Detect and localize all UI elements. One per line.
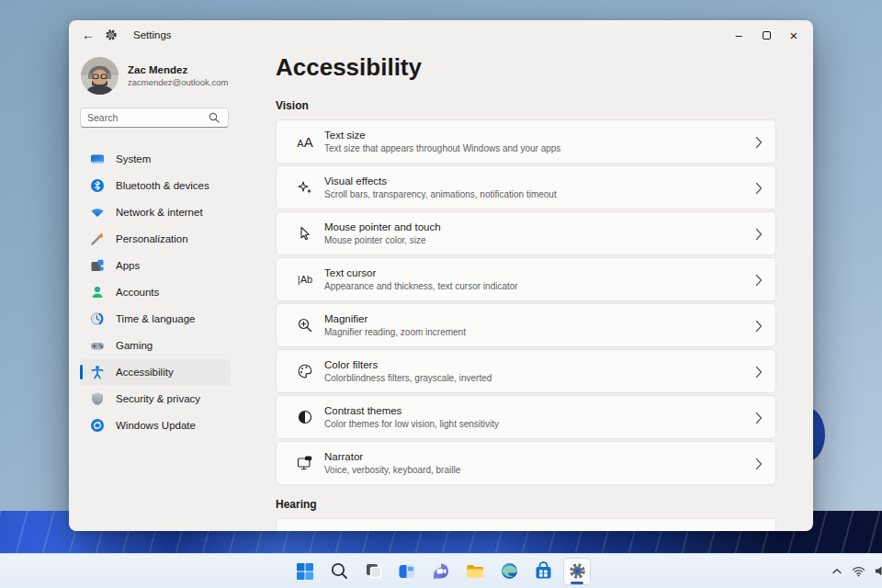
chevron-right-icon: [755, 228, 763, 244]
chevron-right-icon: [755, 458, 763, 474]
card-title: Magnifier: [324, 313, 466, 324]
contrast-themes-icon: [296, 408, 314, 426]
sidebar-item-label: Bluetooth & devices: [116, 180, 209, 191]
wifi-icon[interactable]: [852, 566, 865, 577]
taskbar-widgets-button[interactable]: [393, 558, 421, 585]
sidebar-item-network-internet[interactable]: Network & internet: [80, 199, 231, 225]
chevron-right-icon: [755, 136, 763, 153]
setting-card-contrast-themes[interactable]: Contrast themesColor themes for low visi…: [276, 395, 776, 439]
section-label-vision: Vision: [276, 99, 776, 112]
selected-accent-bar: [80, 365, 83, 379]
chevron-right-icon: [755, 274, 763, 290]
color-filters-icon: [296, 362, 314, 380]
accessibility-icon: [90, 365, 105, 379]
card-title: Visual effects: [324, 175, 557, 187]
card-subtitle: Voice, verbosity, keyboard, braille: [324, 465, 460, 475]
settings-icon: [568, 561, 587, 581]
magnifier-icon: [296, 316, 314, 334]
sidebar-item-system[interactable]: System: [80, 146, 231, 172]
sidebar-item-label: Personalization: [116, 233, 188, 244]
taskbar-task-view-button[interactable]: [359, 558, 387, 585]
search-input[interactable]: [87, 112, 207, 123]
chevron-right-icon: [755, 412, 763, 428]
sidebar-item-label: Network & internet: [116, 207, 203, 218]
task-view-icon: [364, 561, 383, 581]
card-title: Color filters: [324, 359, 492, 370]
text-cursor-icon: |Ab: [296, 270, 314, 288]
card-subtitle: Scroll bars, transparency, animations, n…: [324, 189, 557, 199]
system-icon: [90, 152, 105, 166]
setting-card-mouse-pointer-and-touch[interactable]: Mouse pointer and touchMouse pointer col…: [276, 211, 776, 255]
sidebar-item-apps[interactable]: Apps: [80, 253, 231, 278]
volume-icon[interactable]: [875, 565, 882, 577]
window-title: Settings: [133, 29, 172, 40]
sidebar-item-accounts[interactable]: Accounts: [80, 279, 231, 305]
sidebar-item-time-language[interactable]: Time & language: [80, 306, 231, 332]
section-label-hearing: Hearing: [276, 498, 776, 511]
card-title: Text size: [324, 130, 560, 141]
card-subtitle: Mouse pointer color, size: [324, 235, 441, 245]
setting-card-color-filters[interactable]: Color filtersColorblindness filters, gra…: [276, 349, 776, 393]
file-explorer-icon: [465, 561, 485, 582]
setting-card-partial[interactable]: [276, 518, 776, 531]
setting-card-narrator[interactable]: NarratorVoice, verbosity, keyboard, brai…: [276, 441, 776, 485]
personalization-icon: [90, 232, 105, 246]
main-content: Accessibility VisionAAText sizeText size…: [276, 20, 790, 531]
chat-icon: [431, 561, 451, 582]
sidebar-item-accessibility[interactable]: Accessibility: [80, 359, 231, 385]
sidebar-item-windows-update[interactable]: Windows Update: [80, 413, 231, 438]
taskbar-store-button[interactable]: [529, 558, 557, 585]
security-icon: [90, 391, 105, 406]
start-icon: [295, 561, 315, 582]
card-title: Mouse pointer and touch: [324, 221, 441, 232]
bluetooth-icon: [90, 178, 105, 193]
setting-card-text-cursor[interactable]: |AbText cursorAppearance and thickness, …: [276, 257, 776, 301]
card-title: Contrast themes: [324, 405, 499, 416]
tray-chevron-icon[interactable]: [831, 567, 842, 576]
windows-update-icon: [90, 418, 105, 433]
sidebar-item-personalization[interactable]: Personalization: [80, 226, 231, 252]
settings-gear-icon: [104, 28, 119, 42]
time-language-icon: [90, 311, 105, 326]
edge-icon: [500, 561, 519, 581]
search-box[interactable]: [80, 107, 229, 128]
taskbar-edge-button[interactable]: [495, 558, 523, 585]
taskbar-settings-button[interactable]: [563, 558, 591, 585]
setting-card-text-size[interactable]: AAText sizeText size that appears throug…: [276, 119, 776, 164]
card-title: Text cursor: [324, 267, 518, 278]
taskbar-search-button[interactable]: [325, 558, 353, 585]
sidebar-item-gaming[interactable]: Gaming: [80, 333, 231, 358]
sidebar-item-label: Time & language: [116, 313, 196, 324]
page-title: Accessibility: [276, 53, 422, 82]
sidebar-item-label: Windows Update: [116, 420, 196, 431]
user-profile[interactable]: Zac Mendez zacmendez@outlook.com: [80, 57, 238, 95]
search-icon: [207, 110, 221, 125]
taskbar-chat-button[interactable]: [427, 558, 455, 585]
gaming-icon: [90, 338, 105, 353]
sidebar-item-security-privacy[interactable]: Security & privacy: [80, 386, 231, 412]
taskbar: [0, 553, 882, 588]
sidebar-item-label: Apps: [116, 260, 140, 271]
widgets-icon: [397, 561, 417, 582]
card-subtitle: Magnifier reading, zoom increment: [324, 327, 466, 337]
search-icon: [330, 561, 349, 581]
accounts-icon: [90, 285, 105, 300]
apps-icon: [90, 258, 105, 273]
taskbar-file-explorer-button[interactable]: [461, 558, 489, 585]
back-button[interactable]: ←: [82, 28, 95, 42]
setting-card-visual-effects[interactable]: Visual effectsScroll bars, transparency,…: [276, 165, 776, 209]
mouse-pointer-icon: [296, 224, 314, 243]
avatar: [81, 57, 119, 95]
sidebar: Zac Mendez zacmendez@outlook.com SystemB…: [80, 57, 238, 438]
taskbar-start-button[interactable]: [291, 558, 319, 585]
network-icon: [90, 205, 105, 220]
chevron-right-icon: [755, 320, 763, 336]
narrator-icon: [296, 454, 314, 472]
card-subtitle: Text size that appears throughout Window…: [324, 143, 560, 153]
sidebar-item-bluetooth-devices[interactable]: Bluetooth & devices: [80, 173, 231, 198]
card-title: Narrator: [324, 451, 460, 462]
card-subtitle: Appearance and thickness, text cursor in…: [324, 281, 518, 291]
chevron-right-icon: [755, 366, 763, 382]
setting-card-magnifier[interactable]: MagnifierMagnifier reading, zoom increme…: [276, 303, 776, 347]
sidebar-item-label: Accounts: [116, 287, 159, 298]
